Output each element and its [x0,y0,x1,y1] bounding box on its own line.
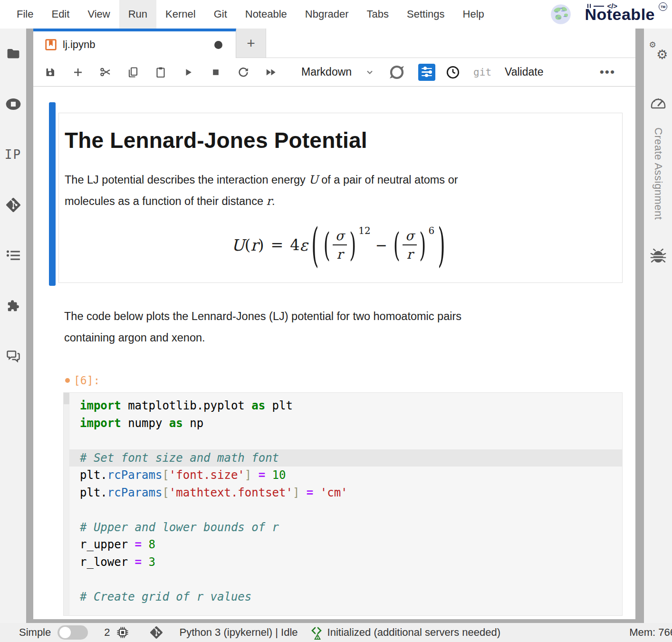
menu-file[interactable]: File [8,0,42,29]
paren-open: ( [394,226,400,263]
dashboard-tab[interactable] [650,94,667,109]
cell-type-chevron[interactable] [364,68,375,77]
more-commands-button[interactable]: ••• [600,65,624,79]
paste-cells-button[interactable] [155,66,166,78]
eq-equals: = [270,236,283,254]
run-all-button[interactable] [265,67,277,78]
cell-type-dropdown[interactable]: Markdown [301,66,352,78]
logo-decoration: </> [587,2,617,10]
paren-close: ) [419,226,426,263]
globe-wordcloud-icon [550,4,571,25]
code-token [142,538,148,551]
cut-cells-button[interactable] [100,66,111,78]
lennard-jones-equation: U(r) = 4ε ( ( σ r ) [65,228,615,262]
plus-icon: + [247,35,255,51]
unsaved-indicator-dot [214,41,222,49]
history-button[interactable] [446,65,460,79]
collapser-handle [64,393,69,404]
menu-run[interactable]: Run [119,0,156,29]
clipboard-icon [155,66,166,78]
noteable-swoosh-button[interactable] [388,63,406,81]
code-line: r_upper = 8 [69,536,622,554]
brand-area: </> Noteable TM [550,0,667,29]
code-cell: [6]: import matplotlib.pyplot as pltimpo… [33,374,635,616]
code-editor[interactable]: import matplotlib.pyplot as pltimport nu… [63,392,623,616]
code-token [142,555,148,569]
fast-forward-icon [265,67,277,78]
git-panel-tab[interactable] [6,198,21,212]
server-status-indicator[interactable] [310,625,325,640]
file-browser-tab[interactable] [6,47,21,61]
git-toolbar-label[interactable]: git [473,67,491,78]
running-sessions-tab[interactable] [6,97,21,111]
run-cell-button[interactable] [182,67,194,78]
status-bar: Simple 2 Python 3 (ipykernel) | Idle [0,623,672,642]
notebook-content: The Lennard-Jones Potential The LJ poten… [33,87,635,619]
property-inspector-tab[interactable]: ⚙ ⚙ [649,43,667,60]
extensions-tab[interactable] [6,299,21,313]
code-token: import [80,399,121,412]
left-activity-bar: IP [0,29,26,623]
code-token: as [251,399,265,412]
cell-tools-button[interactable] [418,64,435,81]
validate-button[interactable]: Validate [505,66,543,78]
code-token: # Create grid of r values [80,590,251,603]
execution-prompt: [6]: [65,374,635,387]
slider-knob [423,67,427,70]
eq-rparen: ) [258,236,264,254]
new-tab-button[interactable]: + [236,29,266,58]
save-button[interactable] [45,67,56,78]
main-area: IP [0,29,672,623]
menu-kernel[interactable]: Kernel [156,0,205,29]
ipython-console-tab[interactable]: IP [6,147,21,162]
menu-edit[interactable]: Edit [42,0,78,29]
text-run: molecules as a function of their distanc… [65,195,267,207]
chat-bubbles-icon [6,350,20,363]
equation: U(r) = 4ε ( ( σ r ) [231,228,449,262]
restart-icon [238,67,249,78]
code-line: # Create grid of r values [69,588,622,606]
sigma: σ [403,228,417,243]
markdown-cell-2[interactable]: The code below plots the Lennard-Jones (… [64,306,623,349]
menu-nbgrader[interactable]: Nbgrader [296,0,358,29]
code-line: plt.rcParams['mathtext.fontset'] = 'cm' [69,484,622,502]
git-icon [150,626,163,639]
paragraph-line-1: The code below plots the Lennard-Jones (… [64,306,623,327]
menu-help[interactable]: Help [454,0,493,29]
code-line: plt.rcParams['font.size'] = 10 [69,467,622,484]
table-of-contents-tab[interactable] [6,248,21,263]
menu-tabs[interactable]: Tabs [358,0,398,29]
add-cell-button[interactable] [72,67,84,78]
git-status-indicator[interactable] [150,626,163,639]
markdown-cell-1-body: The Lennard-Jones Potential The LJ poten… [58,113,623,283]
simple-mode-toggle[interactable] [58,625,88,640]
copy-cells-button[interactable] [127,66,139,78]
interrupt-kernel-button[interactable] [210,68,221,77]
chevron-down-icon [365,68,374,77]
kernel-sessions-indicator[interactable] [116,626,129,639]
comments-tab[interactable] [6,349,21,363]
markdown-cell-1[interactable]: The Lennard-Jones Potential The LJ poten… [49,102,623,286]
paragraph-line-1: The LJ potential describes the interacti… [65,169,615,191]
debugger-tab[interactable] [650,248,666,263]
gauge-icon [650,94,667,109]
restart-kernel-button[interactable] [238,67,249,78]
notebook-tab[interactable]: lj.ipynb [33,29,236,58]
eq-U: U [231,236,245,254]
menu-view[interactable]: View [78,0,119,29]
menu-settings[interactable]: Settings [398,0,454,29]
git-icon [6,198,20,212]
text-run: . [272,195,275,207]
menu-noteable[interactable]: Noteable [236,0,296,29]
code-lines[interactable]: import matplotlib.pyplot as pltimport nu… [69,393,622,615]
inline-math-r: r [267,195,272,208]
cell-collapser[interactable] [64,393,69,615]
tab-title: lj.ipynb [63,39,209,51]
fraction-bar [403,244,417,245]
play-icon [183,67,193,78]
kernel-status-label[interactable]: Python 3 (ipykernel) | Idle [180,626,298,639]
create-assignment-tab[interactable]: Create Assignment [652,127,664,220]
code-token: plt. [80,468,107,482]
menu-git[interactable]: Git [205,0,236,29]
bug-icon [650,248,666,263]
